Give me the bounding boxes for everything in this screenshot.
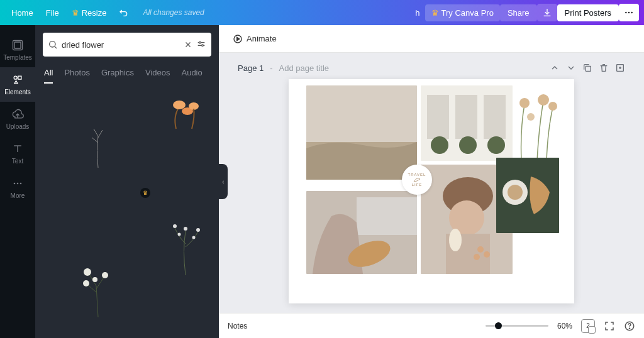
page-down-button[interactable] bbox=[566, 63, 576, 73]
rail-templates[interactable]: Templates bbox=[0, 33, 35, 67]
canvas-image[interactable] bbox=[306, 191, 417, 274]
canvas-image[interactable] bbox=[421, 85, 513, 161]
element-item[interactable] bbox=[43, 207, 153, 338]
document-name[interactable]: h bbox=[415, 8, 419, 18]
svg-point-65 bbox=[538, 94, 549, 106]
undo-button[interactable] bbox=[113, 4, 135, 21]
rail-uploads-label: Uploads bbox=[6, 123, 30, 130]
leaf-icon bbox=[413, 177, 421, 183]
canvas-image[interactable] bbox=[496, 158, 559, 233]
svg-point-81 bbox=[508, 185, 523, 200]
uploads-icon bbox=[11, 108, 24, 121]
add-page-button[interactable] bbox=[615, 63, 625, 73]
download-button[interactable] bbox=[537, 4, 557, 21]
resize-button[interactable]: ♛Resize bbox=[65, 4, 113, 21]
delete-page-button[interactable] bbox=[599, 63, 609, 73]
canvas-image[interactable] bbox=[306, 85, 417, 180]
travel-life-badge[interactable]: TRAVEL LIFE bbox=[402, 165, 432, 195]
svg-point-19 bbox=[92, 277, 97, 282]
zoom-thumb[interactable] bbox=[495, 322, 502, 329]
svg-point-12 bbox=[202, 45, 204, 46]
share-button[interactable]: Share bbox=[500, 4, 537, 21]
svg-point-66 bbox=[548, 102, 557, 111]
help-button[interactable] bbox=[624, 320, 635, 332]
svg-point-23 bbox=[177, 233, 180, 236]
search-box[interactable] bbox=[43, 33, 211, 57]
resize-label: Resize bbox=[82, 8, 107, 18]
svg-rect-6 bbox=[18, 76, 21, 79]
zoom-slider[interactable] bbox=[486, 325, 548, 327]
save-status: All changes saved bbox=[143, 8, 204, 17]
page-indicator[interactable]: 2 bbox=[581, 319, 595, 333]
svg-point-77 bbox=[484, 251, 490, 258]
tab-photos[interactable]: Photos bbox=[64, 64, 89, 84]
duplicate-page-button[interactable] bbox=[582, 63, 592, 73]
svg-point-78 bbox=[474, 254, 480, 260]
element-item[interactable] bbox=[218, 90, 219, 143]
panel-collapse-button[interactable]: ‹ bbox=[219, 164, 228, 199]
svg-point-67 bbox=[527, 113, 535, 121]
page-up-button[interactable] bbox=[550, 63, 560, 73]
rail-text[interactable]: Text bbox=[0, 136, 35, 171]
svg-point-24 bbox=[192, 236, 195, 239]
svg-point-21 bbox=[184, 227, 187, 231]
topbar-more-button[interactable] bbox=[619, 4, 639, 21]
tab-all[interactable]: All bbox=[44, 64, 53, 84]
rail-elements[interactable]: Elements bbox=[0, 67, 35, 102]
svg-point-9 bbox=[20, 183, 22, 185]
svg-point-75 bbox=[449, 229, 462, 251]
search-input[interactable] bbox=[62, 40, 180, 50]
crown-icon: ♛ bbox=[72, 8, 79, 18]
search-icon bbox=[48, 40, 58, 50]
svg-point-13 bbox=[173, 101, 186, 109]
tab-audio[interactable]: Audio bbox=[181, 64, 202, 84]
rail-more-label: More bbox=[11, 192, 25, 199]
element-item[interactable] bbox=[159, 90, 211, 143]
svg-point-7 bbox=[14, 183, 16, 185]
animate-label: Animate bbox=[247, 34, 277, 43]
elements-grid[interactable]: ♛ ♛ bbox=[35, 84, 219, 338]
animate-icon bbox=[233, 34, 243, 44]
page-count: 2 bbox=[586, 322, 590, 329]
svg-point-18 bbox=[83, 280, 89, 286]
svg-point-22 bbox=[196, 228, 200, 232]
svg-point-76 bbox=[477, 246, 484, 253]
animate-button[interactable]: Animate bbox=[228, 30, 282, 48]
tab-videos[interactable]: Videos bbox=[145, 64, 170, 84]
element-item[interactable] bbox=[159, 207, 211, 281]
undo-icon bbox=[119, 8, 129, 18]
element-item[interactable]: ♛ bbox=[43, 90, 153, 200]
print-posters-button[interactable]: Print Posters bbox=[557, 4, 619, 21]
file-label: File bbox=[46, 8, 59, 18]
svg-rect-60 bbox=[484, 95, 506, 139]
try-pro-label: Try Canva Pro bbox=[441, 8, 494, 18]
clear-search-button[interactable] bbox=[184, 40, 192, 49]
svg-rect-59 bbox=[455, 95, 477, 139]
search-filter-button[interactable] bbox=[196, 40, 206, 50]
side-rail: Templates Elements Uploads Text More bbox=[0, 25, 35, 338]
tab-graphics[interactable]: Graphics bbox=[101, 64, 134, 84]
home-button[interactable]: Home bbox=[5, 4, 40, 21]
rail-elements-label: Elements bbox=[4, 89, 31, 95]
crown-icon: ♛ bbox=[431, 8, 439, 18]
rail-more[interactable]: More bbox=[0, 171, 35, 205]
share-label: Share bbox=[508, 8, 530, 18]
rail-templates-label: Templates bbox=[3, 54, 32, 61]
notes-button[interactable]: Notes bbox=[228, 322, 247, 330]
design-page[interactable]: TRAVEL LIFE bbox=[289, 79, 574, 303]
canvas-flowers[interactable] bbox=[509, 92, 560, 161]
element-item[interactable] bbox=[218, 207, 219, 281]
badge-bottom-text: LIFE bbox=[412, 183, 423, 187]
svg-point-61 bbox=[431, 136, 448, 154]
svg-point-63 bbox=[487, 136, 505, 154]
file-button[interactable]: File bbox=[40, 4, 65, 21]
page-title-input[interactable]: Add page title bbox=[279, 63, 330, 73]
zoom-percent[interactable]: 60% bbox=[557, 322, 572, 330]
more-icon bbox=[11, 177, 24, 190]
fullscreen-button[interactable] bbox=[604, 320, 615, 332]
page-label: Page 1 bbox=[238, 63, 264, 73]
try-pro-button[interactable]: ♛Try Canva Pro bbox=[425, 4, 500, 21]
rail-uploads[interactable]: Uploads bbox=[0, 102, 35, 136]
elements-panel: All Photos Graphics Videos Audio ♛ ♛ ‹ bbox=[35, 25, 219, 338]
svg-point-1 bbox=[628, 12, 630, 13]
